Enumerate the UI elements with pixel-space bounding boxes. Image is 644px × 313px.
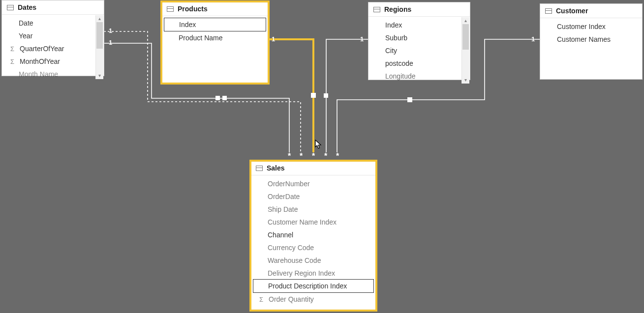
field-city[interactable]: City <box>368 44 470 57</box>
field-order-quantity[interactable]: Σ Order Quantity <box>251 293 376 306</box>
one-marker: 1 <box>109 39 112 46</box>
field-suburb[interactable]: Suburb <box>368 31 470 44</box>
many-marker: * <box>324 152 327 160</box>
table-regions[interactable]: Regions Index Suburb City postcode Longi… <box>368 2 470 80</box>
one-marker: 1 <box>109 27 112 34</box>
table-title: Products <box>178 5 208 13</box>
field-list: Index Suburb City postcode Longitude ▴ ▾ <box>368 17 470 84</box>
field-label: MonthOfYear <box>20 57 60 65</box>
field-index[interactable]: Index <box>164 18 266 31</box>
svg-rect-1 <box>324 93 328 98</box>
field-shipdate[interactable]: Ship Date <box>251 203 376 216</box>
scroll-down-icon[interactable]: ▾ <box>462 77 469 84</box>
field-ordernumber[interactable]: OrderNumber <box>251 177 376 190</box>
field-list: Index Product Name <box>162 16 268 47</box>
field-year[interactable]: Year <box>2 29 104 42</box>
table-header[interactable]: Dates <box>2 0 104 15</box>
svg-rect-3 <box>215 96 220 100</box>
field-list: Customer Index Customer Names <box>540 18 642 49</box>
field-delivery-region-index[interactable]: Delivery Region Index <box>251 267 376 280</box>
field-quarterofyear[interactable]: Σ QuarterOfYear <box>2 42 104 55</box>
one-marker: 1 <box>272 35 275 43</box>
table-products[interactable]: Products Index Product Name <box>161 1 269 84</box>
svg-rect-2 <box>311 93 316 98</box>
scroll-up-icon[interactable]: ▴ <box>462 17 469 24</box>
table-header[interactable]: Customer <box>540 4 642 18</box>
field-index[interactable]: Index <box>368 19 470 31</box>
table-title: Dates <box>18 3 36 11</box>
table-icon <box>7 5 14 10</box>
table-header[interactable]: Sales <box>251 161 376 175</box>
field-warehouse-code[interactable]: Warehouse Code <box>251 254 376 267</box>
scroll-thumb[interactable] <box>462 24 469 50</box>
table-customer[interactable]: Customer Customer Index Customer Names <box>540 3 643 80</box>
table-icon <box>545 8 552 14</box>
field-list: OrderNumber OrderDate Ship Date Customer… <box>251 175 376 313</box>
sigma-icon: Σ <box>9 58 16 65</box>
field-monthname[interactable]: Month Name <box>2 68 104 80</box>
table-title: Regions <box>384 5 411 13</box>
field-customer-names[interactable]: Customer Names <box>540 33 642 46</box>
svg-rect-0 <box>407 97 412 102</box>
scrollbar[interactable]: ▴ ▾ <box>461 17 469 84</box>
many-marker: * <box>300 152 303 160</box>
mouse-cursor-icon <box>315 140 322 149</box>
field-customer-name-index[interactable]: Customer Name Index <box>251 216 376 228</box>
table-header[interactable]: Regions <box>368 2 470 17</box>
one-marker: 1 <box>531 35 535 43</box>
one-marker: 1 <box>360 35 364 43</box>
table-icon <box>373 7 380 12</box>
field-product-description-index[interactable]: Product Description Index <box>253 279 374 293</box>
many-marker: * <box>312 152 315 160</box>
field-postcode[interactable]: postcode <box>368 57 470 70</box>
field-channel[interactable]: Channel <box>251 228 376 241</box>
scroll-down-icon[interactable]: ▾ <box>96 72 103 79</box>
sigma-icon: Σ <box>258 296 265 303</box>
sigma-icon: Σ <box>9 45 16 53</box>
svg-rect-4 <box>222 96 227 100</box>
field-customer-index[interactable]: Customer Index <box>540 20 642 33</box>
field-list: Date Year Σ QuarterOfYear Σ MonthOfYear … <box>2 15 104 80</box>
scroll-thumb[interactable] <box>96 22 103 49</box>
table-title: Sales <box>267 164 285 172</box>
model-canvas[interactable]: { "tables": { "dates": { "title": "Dates… <box>0 0 644 313</box>
table-icon <box>256 166 263 171</box>
field-orderdate[interactable]: OrderDate <box>251 190 376 203</box>
table-dates[interactable]: Dates Date Year Σ QuarterOfYear Σ MonthO… <box>1 0 104 76</box>
many-marker: * <box>336 152 339 160</box>
table-icon <box>167 6 174 12</box>
field-currency-code[interactable]: Currency Code <box>251 241 376 254</box>
field-longitude[interactable]: Longitude <box>368 70 470 83</box>
table-title: Customer <box>556 7 588 15</box>
table-header[interactable]: Products <box>162 2 268 16</box>
scroll-up-icon[interactable]: ▴ <box>96 15 103 22</box>
scrollbar[interactable]: ▴ ▾ <box>95 15 103 79</box>
field-product-name[interactable]: Product Name <box>162 31 268 44</box>
field-label: QuarterOfYear <box>20 45 64 53</box>
field-date[interactable]: Date <box>2 17 104 29</box>
table-sales[interactable]: Sales OrderNumber OrderDate Ship Date Cu… <box>250 161 376 311</box>
field-monthofyear[interactable]: Σ MonthOfYear <box>2 55 104 68</box>
many-marker: * <box>288 152 291 160</box>
field-label: Order Quantity <box>269 295 314 303</box>
